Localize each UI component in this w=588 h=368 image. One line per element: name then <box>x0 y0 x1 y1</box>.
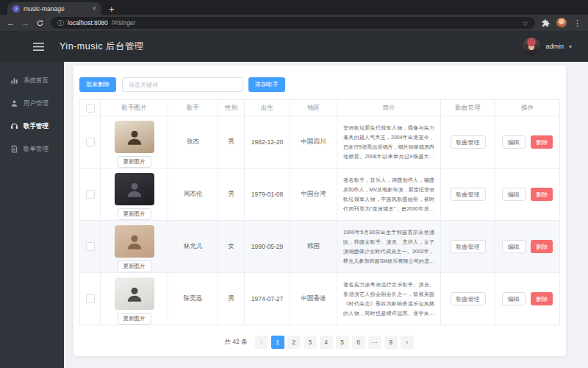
column-header-photo: 歌手图片 <box>101 100 168 116</box>
column-header-intro: 简介 <box>337 100 441 116</box>
url-path: /#/singer <box>112 19 136 26</box>
tab-close-icon[interactable]: × <box>92 5 96 13</box>
singer-name: 张杰 <box>168 116 218 169</box>
update-image-button[interactable]: 更新图片 <box>118 156 151 168</box>
content-card: 批量删除 添加歌手 歌手图片 歌手 性别 <box>74 66 566 356</box>
back-button[interactable]: ← <box>7 19 15 27</box>
delete-button[interactable]: 删除 <box>531 135 553 149</box>
reload-button[interactable] <box>36 19 44 27</box>
song-manage-button[interactable]: 歌曲管理 <box>451 188 486 201</box>
url-host: localhost:8080 <box>68 19 108 26</box>
singer-gender: 男 <box>218 273 245 325</box>
page-button-3[interactable]: 3 <box>304 336 317 349</box>
headset-icon <box>10 122 18 130</box>
page-button-2[interactable]: 2 <box>287 336 301 349</box>
sidebar-item-home[interactable]: 系统首页 <box>0 69 64 92</box>
table-row: 更新图片 林允儿 女 1990-05-29 韩国 1990年5月30日出生于韩国… <box>80 221 560 273</box>
row-checkbox[interactable] <box>86 242 95 251</box>
page-button-9[interactable]: 9 <box>384 336 398 349</box>
edit-button[interactable]: 编辑 <box>502 240 526 253</box>
delete-button[interactable]: 删除 <box>531 292 553 305</box>
singer-region: 韩国 <box>290 221 337 273</box>
column-header-region: 地区 <box>290 100 337 116</box>
singer-photo <box>115 225 154 258</box>
page-button-6[interactable]: 6 <box>352 336 365 349</box>
singer-gender: 女 <box>218 221 245 273</box>
edit-button[interactable]: 编辑 <box>502 135 526 149</box>
pagination-total: 共 42 条 <box>224 338 247 347</box>
singer-name: 陈奕迅 <box>168 273 218 325</box>
next-page-button[interactable]: › <box>401 336 414 349</box>
user-icon <box>10 99 18 107</box>
page-button-1[interactable]: 1 <box>271 336 284 349</box>
edit-button[interactable]: 编辑 <box>502 292 526 305</box>
forward-button[interactable]: → <box>21 19 29 27</box>
sidebar: 系统首页 用户管理 歌手管理 歌单管理 <box>0 62 64 368</box>
user-menu[interactable]: admin ▾ <box>523 38 572 55</box>
workspace: 系统首页 用户管理 歌手管理 歌单管理 批量删除 添加歌手 <box>0 62 588 368</box>
row-checkbox[interactable] <box>86 294 95 303</box>
page-button-5[interactable]: 5 <box>336 336 349 349</box>
sidebar-item-label: 系统首页 <box>24 77 49 85</box>
new-tab-button[interactable]: + <box>109 4 115 15</box>
delete-button[interactable]: 删除 <box>531 240 553 253</box>
bar-chart-icon <box>10 77 18 85</box>
browser-tab[interactable]: ♪ music-manage × <box>7 2 101 15</box>
song-manage-button[interactable]: 歌曲管理 <box>451 292 486 305</box>
omnibox[interactable]: ⓘ localhost:8080 /#/singer ☆ <box>51 17 535 29</box>
search-input[interactable] <box>122 77 243 92</box>
column-header-birth: 出生 <box>245 100 290 116</box>
column-header-songs: 歌曲管理 <box>441 100 495 116</box>
update-image-button[interactable]: 更新图片 <box>118 261 151 272</box>
batch-delete-button[interactable]: 批量删除 <box>79 77 116 92</box>
row-checkbox[interactable] <box>86 138 95 146</box>
sidebar-item-label: 歌手管理 <box>24 122 49 131</box>
singer-name: 林允儿 <box>168 221 218 273</box>
sidebar-item-label: 用户管理 <box>24 99 49 108</box>
edit-button[interactable]: 编辑 <box>502 188 526 201</box>
browser-toolbar: ← → ⓘ localhost:8080 /#/singer ☆ ⋮ <box>0 15 588 31</box>
row-checkbox[interactable] <box>86 190 95 199</box>
singer-region: 中国台湾 <box>290 169 337 221</box>
table-row: 更新图片 张杰 男 1982-12-20 中国四川 华语歌坛新生代领军人物，偶像… <box>80 116 560 169</box>
singer-gender: 男 <box>218 169 245 221</box>
singer-birth: 1990-05-29 <box>245 221 290 273</box>
browser-chrome: ♪ music-manage × + ← → ⓘ localhost:8080 … <box>0 0 588 31</box>
update-image-button[interactable]: 更新图片 <box>118 208 151 220</box>
column-header-actions: 操作 <box>495 100 560 116</box>
sidebar-item-label: 歌单管理 <box>24 145 49 154</box>
singer-intro: 著名歌手，音乐人，词曲创作人，编曲及制作人，MV及电影导演，新世纪华语歌坛领军人… <box>343 175 434 213</box>
site-favicon-icon: ♪ <box>12 5 20 13</box>
sidebar-item-users[interactable]: 用户管理 <box>0 92 64 115</box>
prev-page-button[interactable]: ‹ <box>255 336 268 349</box>
song-manage-button[interactable]: 歌曲管理 <box>451 135 486 149</box>
singer-gender: 男 <box>218 116 245 169</box>
table-toolbar: 批量删除 添加歌手 <box>74 66 566 99</box>
browser-menu-icon[interactable]: ⋮ <box>573 18 581 28</box>
sidebar-item-singers[interactable]: 歌手管理 <box>0 115 64 138</box>
add-singer-button[interactable]: 添加歌手 <box>248 77 285 92</box>
singer-region: 中国四川 <box>290 116 337 169</box>
extensions-icon[interactable] <box>542 19 550 27</box>
select-all-checkbox[interactable] <box>86 104 95 113</box>
table-header-row: 歌手图片 歌手 性别 出生 地区 简介 歌曲管理 操作 <box>80 100 560 116</box>
column-header-singer: 歌手 <box>168 100 218 116</box>
singer-birth: 1982-12-20 <box>245 116 290 169</box>
table-row: 更新图片 陈奕迅 男 1974-07-27 中国香港 著名实力派粤语流行音乐歌手… <box>80 273 560 325</box>
chevron-down-icon: ▾ <box>569 43 572 50</box>
sidebar-item-playlists[interactable]: 歌单管理 <box>0 138 64 160</box>
update-image-button[interactable]: 更新图片 <box>118 313 151 325</box>
user-name: admin <box>545 43 564 50</box>
tab-title: music-manage <box>24 5 65 13</box>
hamburger-icon[interactable] <box>33 43 44 51</box>
app-header: Yin-music 后台管理 admin ▾ <box>0 31 588 62</box>
singer-photo <box>115 173 154 205</box>
user-avatar <box>523 38 540 55</box>
song-manage-button[interactable]: 歌曲管理 <box>451 240 486 253</box>
page-button-4[interactable]: 4 <box>320 336 333 349</box>
browser-profile-avatar[interactable] <box>556 18 567 28</box>
delete-button[interactable]: 删除 <box>531 188 553 201</box>
page-ellipsis-button[interactable]: ··· <box>368 336 381 349</box>
bookmark-star-icon[interactable]: ☆ <box>522 19 528 27</box>
info-icon[interactable]: ⓘ <box>57 20 64 26</box>
